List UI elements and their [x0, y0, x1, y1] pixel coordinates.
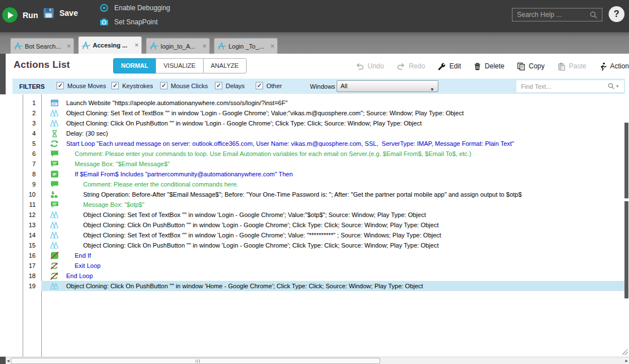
filter-other[interactable]: ✓Other	[256, 82, 282, 89]
filter-delays[interactable]: ✓Delays	[215, 82, 245, 89]
tab-3[interactable]: Login _To_...×	[214, 38, 278, 54]
view-mode-switch: NORMALVISUALIZEANALYZE	[113, 58, 247, 73]
enable-debugging-label: Enable Debugging	[114, 4, 170, 12]
action-text: Launch Website "https://apeople.automati…	[66, 99, 287, 106]
enable-debugging-button[interactable]: Enable Debugging	[100, 3, 170, 12]
camera-icon	[100, 18, 109, 27]
floppy-icon	[43, 7, 54, 19]
set-snappoint-button[interactable]: Set SnapPoint	[100, 18, 158, 27]
checkbox-label: Other	[266, 83, 282, 89]
action-row-body[interactable]: Object Cloning: Set Text of TextBox "" i…	[41, 230, 624, 240]
search-help-input[interactable]	[512, 8, 602, 21]
play-icon	[2, 7, 18, 23]
filter-mouse-clicks[interactable]: ✓Mouse Clicks	[160, 82, 208, 89]
mode-visualize[interactable]: VISUALIZE	[156, 58, 203, 73]
action-row: 17Exit Loop	[0, 261, 624, 271]
action-row-body[interactable]: Object Cloning: Set Text of TextBox "" i…	[41, 108, 624, 118]
filter-mouse-moves[interactable]: ✓Mouse Moves	[57, 82, 106, 89]
toolbar-label: Delete	[485, 62, 505, 70]
checkbox-label: Mouse Moves	[67, 83, 106, 89]
scroll-right-arrow-icon[interactable]: ▸	[625, 357, 628, 364]
toolbar-delete-button[interactable]: Delete	[473, 62, 505, 71]
toolbar-label: Paste	[569, 62, 587, 70]
row-number: 14	[0, 232, 41, 239]
action-text: Object Cloning: Click On PushButton "" i…	[83, 242, 439, 249]
toolbar-label: Copy	[529, 62, 545, 70]
action-row-body[interactable]: String Operation: Before-After "$Email M…	[41, 189, 624, 200]
wrench-icon	[437, 62, 446, 71]
windows-dropdown-value: All	[341, 83, 347, 89]
row-number: 9	[0, 181, 41, 188]
horizontal-scrollbar[interactable]: ◂ ▸	[6, 357, 629, 364]
close-icon[interactable]: ×	[270, 44, 274, 49]
action-row-body[interactable]: Object Cloning: Click On PushButton "" i…	[41, 281, 624, 291]
action-row-body[interactable]: Object Cloning: Click On PushButton "" i…	[41, 118, 624, 128]
toolbar-label: Edit	[449, 62, 461, 70]
action-row-body[interactable]: Object Cloning: Click On PushButton "" i…	[41, 220, 624, 230]
close-icon[interactable]: ×	[203, 44, 206, 49]
checkbox-checked-icon[interactable]: ✓	[160, 82, 167, 89]
save-button[interactable]: Save	[43, 7, 78, 19]
object-cloning-icon	[50, 231, 59, 240]
mode-analyze[interactable]: ANALYZE	[203, 58, 247, 73]
run-button[interactable]: Run	[2, 7, 38, 23]
tab-1[interactable]: Accesing ...×	[78, 36, 142, 54]
row-number: 7	[0, 161, 41, 167]
action-row-body[interactable]: IFIf $Email From$ Includes "partnercommu…	[41, 169, 624, 179]
action-row-body[interactable]: Start Loop "Each unread message on serve…	[41, 138, 624, 149]
action-row-body[interactable]: Launch Website "https://apeople.automati…	[41, 98, 624, 108]
close-icon[interactable]: ×	[135, 42, 139, 48]
tab-0[interactable]: Bot Search...×	[10, 38, 74, 54]
checkbox-checked-icon[interactable]: ✓	[57, 82, 64, 89]
action-row: 6Comment: Please enter your commands to …	[0, 149, 624, 159]
resize-grip-icon[interactable]	[622, 349, 628, 355]
object-cloning-icon	[50, 221, 59, 229]
windows-dropdown[interactable]: All ▼	[337, 80, 438, 92]
action-row-body[interactable]: Delay: (30 sec)	[41, 128, 624, 138]
action-text: String Operation: Before-After "$Email M…	[83, 191, 522, 198]
action-row: 5Start Loop "Each unread message on serv…	[0, 138, 624, 149]
checkbox-checked-icon[interactable]: ✓	[256, 82, 263, 89]
close-icon[interactable]: ×	[67, 44, 71, 49]
paste-icon	[557, 62, 566, 71]
find-search-icon[interactable]: ▼	[608, 83, 619, 90]
action-row-body[interactable]: End Loop	[41, 271, 624, 281]
vertical-scrollbar-thumb[interactable]	[624, 201, 628, 298]
action-text: Message Box: "$otp$"	[83, 201, 144, 208]
toolbar-copy-button[interactable]: Copy	[517, 62, 545, 71]
action-row: 18End Loop	[0, 271, 624, 281]
action-row-body[interactable]: Comment: Please enter your commands to l…	[41, 149, 624, 159]
action-row-body[interactable]: Message Box: "$otp$"	[41, 200, 624, 210]
toolbar-edit-button[interactable]: Edit	[437, 62, 461, 71]
scrollbar-grip-icon	[196, 359, 200, 363]
set-snappoint-label: Set SnapPoint	[114, 18, 158, 26]
tab-label: login_to_A...	[161, 43, 200, 50]
search-icon[interactable]	[589, 11, 598, 19]
action-row-body[interactable]: Exit Loop	[41, 261, 624, 271]
exit-loop-icon	[50, 262, 59, 270]
horizontal-scrollbar-thumb[interactable]	[11, 358, 380, 364]
checkbox-checked-icon[interactable]: ✓	[215, 82, 222, 89]
filter-keystrokes[interactable]: ✓Keystrokes	[111, 82, 153, 89]
action-row-body[interactable]: Comment: Please enter the conditional co…	[41, 179, 624, 189]
checkbox-checked-icon[interactable]: ✓	[111, 82, 119, 89]
action-row-body[interactable]: Object Cloning: Click On PushButton "" i…	[41, 240, 624, 250]
mode-normal[interactable]: NORMAL	[113, 58, 156, 73]
checkbox-label: Delays	[226, 83, 245, 89]
action-row-body[interactable]: Object Cloning: Set Text of TextBox "" i…	[41, 210, 624, 220]
app-window: Run Save Enable Debugging Set SnapPoint …	[0, 0, 629, 364]
action-text: Delay: (30 sec)	[66, 130, 108, 137]
end-if-icon	[50, 252, 59, 260]
vertical-scrollbar-thumb[interactable]	[624, 123, 628, 198]
action-row-body[interactable]: End If	[41, 250, 624, 261]
record-target-icon	[100, 3, 109, 12]
action-row: 8IFIf $Email From$ Includes "partnercomm…	[0, 169, 624, 179]
if-icon: IF	[50, 170, 59, 179]
toolbar-actions-button[interactable]: Actions	[598, 62, 629, 71]
tab-2[interactable]: login_to_A...×	[146, 38, 210, 54]
row-number: 6	[0, 150, 41, 157]
comment-icon	[50, 180, 59, 189]
action-row-body[interactable]: Message Box: "$Email Message$"	[41, 159, 624, 169]
help-button[interactable]: ?	[609, 6, 624, 22]
scroll-left-arrow-icon[interactable]: ◂	[7, 357, 10, 364]
